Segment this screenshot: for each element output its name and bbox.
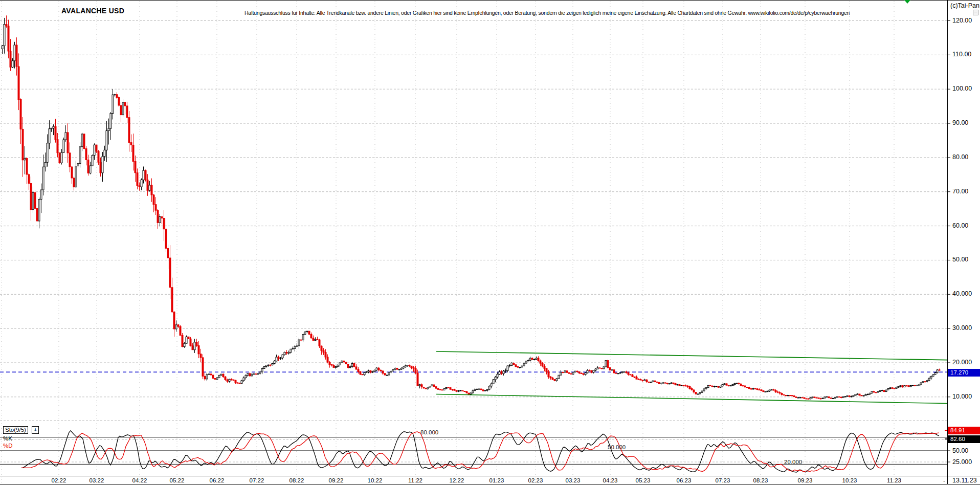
candle (319, 340, 320, 346)
candle (143, 170, 144, 180)
candle (188, 337, 189, 339)
candle (233, 380, 234, 380)
x-axis-label: 05.23 (636, 477, 651, 483)
candle (407, 365, 408, 366)
candle (660, 383, 662, 384)
candle (137, 173, 138, 186)
candle (734, 384, 736, 385)
candle (536, 358, 537, 359)
candle (106, 131, 107, 150)
candle (832, 398, 834, 399)
y-axis-label: 50.00 (952, 256, 968, 263)
indicator-name-box[interactable]: Sto(9/5) (3, 426, 28, 434)
candle (934, 373, 936, 375)
candle (789, 395, 791, 396)
candle (924, 382, 926, 382)
candle (431, 385, 433, 386)
candle (65, 133, 66, 140)
candle (274, 361, 275, 364)
candle (360, 371, 361, 374)
candle (726, 384, 727, 385)
candle (491, 384, 492, 386)
candle (619, 372, 621, 373)
candle (304, 332, 306, 335)
candle (540, 361, 541, 363)
candle (30, 183, 32, 209)
candle (881, 390, 883, 391)
candle (806, 399, 807, 399)
candle (212, 375, 214, 378)
stoch-axis-label-50: 50.00 (952, 447, 968, 454)
candle (77, 164, 79, 166)
candle (550, 377, 551, 378)
candle (87, 160, 89, 173)
indicator-expand-button[interactable]: + (32, 426, 39, 434)
candle (335, 366, 337, 367)
candle (184, 343, 185, 346)
candle (8, 26, 9, 51)
candle (583, 373, 584, 374)
candle (896, 387, 897, 388)
candle (400, 368, 402, 369)
candle (623, 372, 625, 372)
candle (411, 366, 412, 367)
candle (190, 339, 191, 346)
candle (681, 385, 682, 386)
candle (812, 397, 813, 398)
trend-channel-lines (436, 351, 947, 404)
candle (777, 392, 778, 392)
candle (650, 382, 652, 382)
candle (482, 390, 484, 391)
candle (511, 363, 513, 365)
candle (871, 391, 873, 393)
candle (427, 387, 429, 389)
candle (740, 384, 742, 385)
candle (177, 325, 179, 326)
candle (763, 391, 764, 392)
candle (345, 362, 347, 364)
candle (108, 128, 109, 130)
candle (306, 331, 308, 332)
candle (394, 368, 396, 369)
candle (36, 208, 38, 221)
candle (558, 375, 560, 379)
candle (538, 358, 539, 361)
candle (104, 150, 105, 157)
candle (454, 389, 455, 390)
y-axis-label: 110.00 (952, 51, 971, 58)
candle (392, 369, 394, 371)
candle (333, 365, 335, 367)
candle (161, 216, 163, 218)
candle (892, 388, 893, 388)
candle (403, 367, 404, 368)
candle (597, 368, 598, 369)
candle (873, 391, 875, 392)
candle (578, 372, 580, 373)
candle (544, 366, 545, 369)
candle (321, 346, 322, 350)
brand-label: (c)Tai-Pan (950, 2, 979, 9)
candle (351, 364, 353, 367)
candle (173, 312, 175, 329)
candle (486, 389, 488, 390)
candle (605, 361, 607, 367)
candle (237, 383, 238, 383)
candle (750, 389, 752, 389)
candle (851, 396, 852, 397)
candle (441, 390, 443, 390)
candle (484, 390, 486, 391)
candle (202, 358, 204, 376)
collapse-icon[interactable] (973, 10, 978, 15)
candle (849, 396, 850, 397)
candle (368, 371, 369, 372)
candle (495, 377, 496, 380)
candle (71, 167, 73, 178)
candle (669, 384, 670, 384)
candle (302, 335, 304, 340)
marker-triangle-icon (904, 0, 910, 4)
y-axis-label: 10.000 (952, 393, 972, 400)
x-axis-label: 10.22 (368, 477, 383, 483)
candle (765, 392, 766, 392)
candle (517, 367, 519, 368)
candle (341, 361, 343, 363)
